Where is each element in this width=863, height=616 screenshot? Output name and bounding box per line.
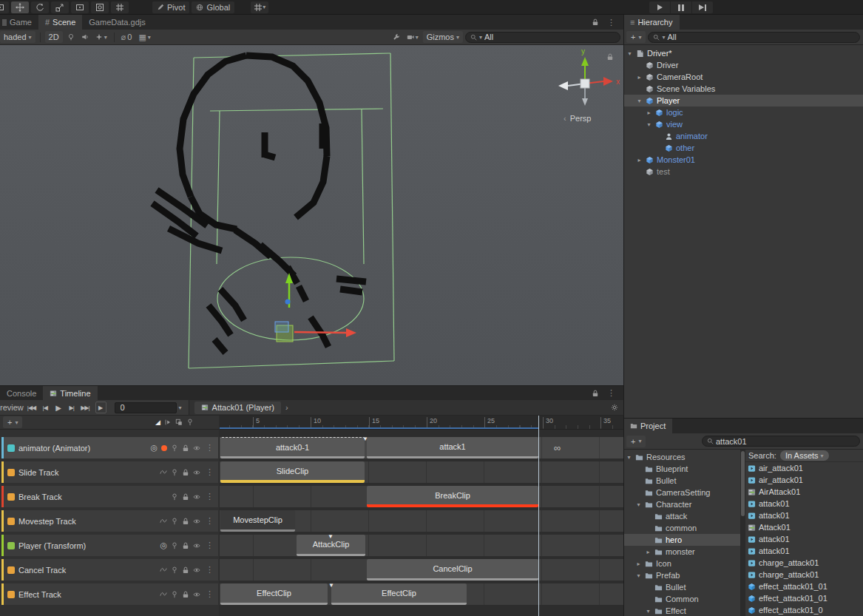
projection-toggle[interactable]: ‹Persp [564,114,591,123]
custom-tool-button[interactable] [111,1,129,13]
grid-visibility-dropdown[interactable]: ▦▾ [136,31,152,43]
hierarchy-item-selected[interactable]: ▾Player [623,95,863,106]
lock-icon[interactable] [182,566,189,574]
track-menu-icon[interactable]: ⋮ [204,589,215,599]
clip[interactable]: attack1 [367,437,538,458]
eye-icon[interactable] [193,469,200,476]
clip-marker-icon[interactable]: ▼ [328,533,334,540]
eye-icon[interactable] [193,566,200,574]
clip[interactable]: EffectClip [331,583,467,605]
track-header-animator[interactable]: animator (Animator) ◎ ⋮ [1,437,218,458]
hierarchy-item[interactable]: ▸CameraRoot [623,71,863,83]
track-lane-player-transform[interactable]: AttackClip ▼ [220,535,623,556]
result-item[interactable]: attack01 [745,510,863,521]
folder-item[interactable]: attack [623,510,740,522]
next-frame-button[interactable]: ▶| [66,402,77,413]
create-asset-button[interactable]: +▾ [626,436,646,447]
result-item[interactable]: effect_attack01_01 [745,592,863,604]
hierarchy-search-field[interactable]: ▾ [648,32,860,43]
scene-canvas[interactable]: y x [0,45,623,385]
record-indicator[interactable] [161,445,167,451]
hierarchy-item-scene[interactable]: ▾Driver* [623,47,863,59]
expander-icon[interactable]: ▾ [635,572,642,579]
eye-icon[interactable] [193,542,200,549]
result-item[interactable]: attack01 [745,545,863,557]
track-menu-icon[interactable]: ⋮ [204,565,215,575]
clip[interactable]: MovestepClip [220,510,295,532]
previous-frame-button[interactable]: |◀ [39,402,50,413]
preview-toggle[interactable]: review [0,403,24,412]
panel-menu-icon[interactable]: ⋮ [606,388,617,398]
hierarchy-item[interactable]: ▾view [623,118,863,130]
go-to-end-button[interactable]: ▶▶| [79,402,90,413]
expander-icon[interactable]: ▸ [635,561,642,567]
track-lane-slide[interactable]: SlideClip [220,461,623,483]
eye-icon[interactable] [193,518,200,525]
tab-gamedata[interactable]: GameData.gdjs [82,15,152,30]
scene-viewport[interactable]: y x ‹Persp [0,45,623,385]
expander-icon[interactable]: ▾ [626,454,632,461]
go-to-start-button[interactable]: |◀◀ [26,402,37,413]
clip[interactable]: BreakClip [367,486,538,507]
folder-item[interactable]: ▾Effect [623,605,740,616]
create-object-button[interactable]: +▾ [626,31,646,43]
track-menu-icon[interactable]: ⋮ [204,541,215,550]
curves-icon[interactable] [160,518,167,525]
track-menu-icon[interactable]: ⋮ [204,492,215,501]
hierarchy-item[interactable]: Driver [623,59,863,71]
tab-console[interactable]: Console [0,386,43,400]
curves-icon[interactable] [160,566,167,574]
move-gizmo[interactable] [275,273,356,342]
project-search-field[interactable] [702,436,860,447]
add-track-button[interactable]: +▾ [3,416,22,428]
project-search-input[interactable] [716,437,855,446]
play-range-toggle[interactable]: ▶ [95,402,106,413]
lock-icon[interactable] [182,542,189,549]
rotate-tool-button[interactable] [31,1,49,13]
playhead[interactable] [538,416,539,616]
gizmos-dropdown[interactable]: Gizmos▾ [423,31,463,43]
hierarchy-item[interactable]: test [623,166,863,177]
lighting-toggle-button[interactable] [65,31,77,43]
pin-icon[interactable] [171,591,178,598]
folder-item[interactable]: CameraSetting [623,487,740,498]
curves-icon[interactable] [160,591,167,598]
track-header-movestep[interactable]: Movestep Track ⋮ [1,510,218,532]
lock-icon[interactable] [182,493,189,501]
folder-item[interactable]: Common [623,593,740,605]
pin-icon[interactable] [171,444,178,452]
hierarchy-item[interactable]: ▸Monster01 [623,154,863,166]
frame-field[interactable] [115,402,177,413]
marker-pin-button[interactable] [186,419,194,426]
pin-icon[interactable] [171,542,178,549]
folder-item-selected[interactable]: hero [623,534,740,546]
track-menu-icon[interactable]: ⋮ [204,443,215,453]
expander-icon[interactable]: ▸ [636,157,643,163]
pause-button[interactable] [671,1,691,13]
clip[interactable]: attack0-1 [220,437,365,458]
replace-mode-button[interactable] [175,419,183,426]
curves-icon[interactable] [160,469,167,476]
result-item[interactable]: AirAttack01 [745,486,863,498]
result-item[interactable]: attack01 [745,533,863,545]
pan-tool-button[interactable] [0,1,9,13]
result-item[interactable]: attack01 [745,498,863,510]
lock-icon[interactable] [182,444,189,452]
hierarchy-search-input[interactable] [667,33,855,41]
hierarchy-item[interactable]: animator [623,130,863,142]
track-header-effect[interactable]: Effect Track ⋮ [1,583,218,605]
avatar-toggle-icon[interactable]: ◎ [160,541,167,550]
timeline-play-button[interactable]: ▶ [53,402,64,413]
avatar-toggle-icon[interactable]: ◎ [150,443,158,453]
track-lane-animator[interactable]: attack0-1 attack1 ▼ ∞ [220,437,623,458]
project-scrollbar[interactable] [740,450,745,616]
scene-search-field[interactable]: ▾ [465,32,620,43]
audio-toggle-button[interactable] [79,31,91,43]
expander-icon[interactable]: ▸ [645,549,652,555]
folder-item[interactable]: ▸monster [623,546,740,558]
folder-item[interactable]: Blueprint [623,463,740,475]
track-lane-break[interactable]: BreakClip [220,486,623,507]
tab-scene[interactable]: #Scene [38,15,82,30]
rect-tool-button[interactable] [71,1,89,13]
lock-icon[interactable] [182,518,189,525]
